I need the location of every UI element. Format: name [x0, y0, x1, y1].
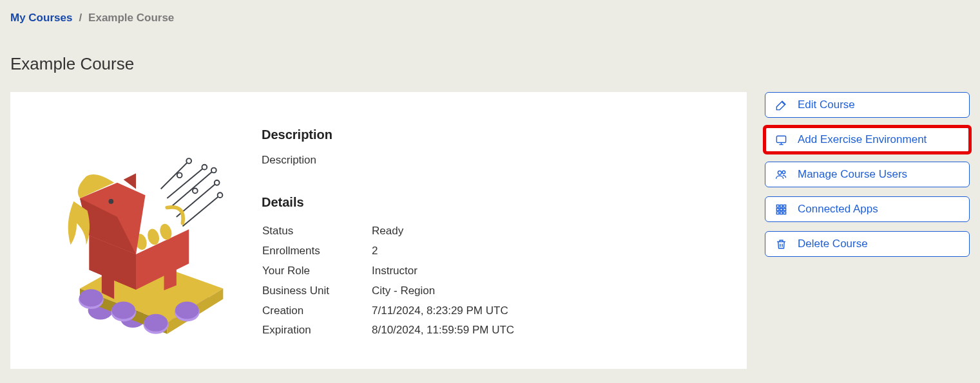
svg-point-0 — [186, 158, 191, 163]
svg-rect-28 — [783, 205, 786, 207]
svg-point-12 — [79, 289, 103, 306]
detail-row-enrollments: Enrollments 2 — [262, 241, 515, 261]
detail-row-business-unit: Business Unit City - Region — [262, 281, 515, 301]
manage-course-users-button[interactable]: Manage Course Users — [765, 162, 970, 187]
add-exercise-environment-button[interactable]: Add Exercise Environment — [765, 127, 970, 153]
course-card: Description Description Details Status R… — [10, 92, 747, 369]
detail-label: Business Unit — [262, 281, 371, 301]
actions-sidebar: Edit Course Add Exercise Environment Man… — [765, 92, 970, 257]
svg-rect-27 — [780, 205, 782, 207]
svg-point-22 — [108, 198, 113, 203]
action-label: Manage Course Users — [798, 168, 907, 181]
action-label: Edit Course — [798, 98, 855, 111]
detail-row-role: Your Role Instructor — [262, 261, 515, 281]
svg-rect-34 — [783, 212, 786, 214]
svg-point-4 — [218, 192, 223, 198]
grid-icon — [774, 203, 787, 216]
svg-rect-23 — [776, 136, 785, 142]
svg-point-1 — [202, 164, 207, 169]
breadcrumb: My Courses / Example Course — [10, 12, 970, 24]
svg-point-6 — [193, 188, 198, 193]
svg-rect-30 — [780, 208, 782, 210]
detail-row-creation: Creation 7/11/2024, 8:23:29 PM UTC — [262, 301, 515, 321]
users-icon — [774, 168, 787, 181]
trash-icon — [774, 238, 787, 250]
detail-value: 8/10/2024, 11:59:59 PM UTC — [371, 321, 515, 341]
svg-rect-29 — [776, 208, 779, 210]
breadcrumb-separator: / — [79, 12, 82, 24]
svg-point-16 — [144, 313, 168, 331]
detail-value: 2 — [371, 241, 515, 261]
breadcrumb-current: Example Course — [88, 12, 174, 24]
detail-label: Enrollments — [262, 241, 371, 261]
detail-value: 7/11/2024, 8:23:29 PM UTC — [371, 301, 515, 321]
delete-course-button[interactable]: Delete Course — [765, 231, 970, 257]
detail-label: Expiration — [262, 321, 371, 341]
detail-row-expiration: Expiration 8/10/2024, 11:59:59 PM UTC — [262, 321, 515, 341]
details-heading: Details — [262, 195, 721, 210]
detail-row-status: Status Ready — [262, 221, 515, 241]
description-heading: Description — [262, 127, 721, 142]
svg-point-5 — [177, 173, 182, 178]
svg-point-24 — [778, 171, 782, 174]
svg-point-3 — [215, 180, 220, 185]
detail-value: Instructor — [371, 261, 515, 281]
detail-label: Creation — [262, 301, 371, 321]
svg-rect-26 — [776, 205, 779, 207]
detail-label: Your Role — [262, 261, 371, 281]
action-label: Add Exercise Environment — [798, 133, 927, 146]
svg-point-18 — [175, 301, 199, 319]
detail-value: City - Region — [371, 281, 515, 301]
page-title: Example Course — [10, 54, 970, 74]
action-label: Connected Apps — [798, 203, 878, 216]
edit-course-button[interactable]: Edit Course — [765, 92, 970, 118]
connected-apps-button[interactable]: Connected Apps — [765, 196, 970, 222]
svg-point-14 — [111, 301, 135, 319]
monitor-icon — [774, 133, 787, 146]
detail-value: Ready — [371, 221, 515, 241]
details-table: Status Ready Enrollments 2 Your Role Ins… — [262, 221, 515, 341]
description-text: Description — [262, 154, 721, 167]
svg-rect-32 — [776, 212, 779, 214]
svg-rect-33 — [780, 212, 782, 214]
detail-label: Status — [262, 221, 371, 241]
action-label: Delete Course — [798, 238, 868, 250]
svg-rect-31 — [783, 208, 786, 210]
svg-point-2 — [211, 167, 216, 173]
breadcrumb-root-link[interactable]: My Courses — [10, 12, 72, 24]
course-image — [36, 127, 236, 343]
pencil-icon — [774, 98, 787, 111]
svg-point-25 — [782, 171, 785, 173]
svg-point-20 — [146, 227, 160, 246]
